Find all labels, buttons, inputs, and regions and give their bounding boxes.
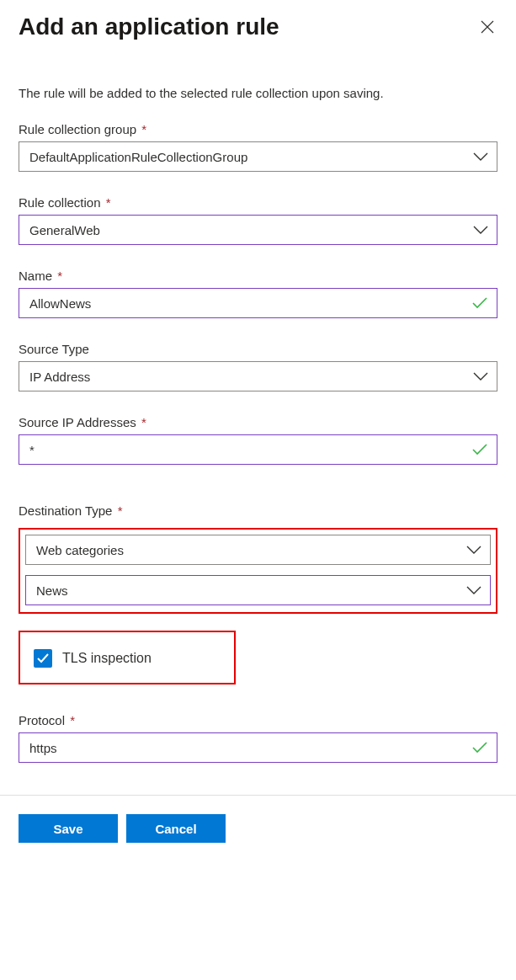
rule-collection-group-select[interactable]: DefaultApplicationRuleCollectionGroup <box>19 141 497 172</box>
source-type-select[interactable]: IP Address <box>19 361 497 391</box>
tls-highlight-box: TLS inspection <box>19 631 236 684</box>
destination-type-label: Destination Type * <box>19 503 122 518</box>
close-icon <box>481 20 494 34</box>
save-button[interactable]: Save <box>19 814 118 843</box>
chevron-down-icon <box>473 152 488 162</box>
chevron-down-icon <box>473 225 488 235</box>
cancel-button[interactable]: Cancel <box>126 814 226 843</box>
check-icon <box>471 742 488 754</box>
required-asterisk: * <box>57 269 62 283</box>
destination-type-select[interactable]: Web categories <box>25 535 491 565</box>
source-ip-label: Source IP Addresses * <box>19 415 146 429</box>
chevron-down-icon <box>466 585 481 595</box>
tls-inspection-checkbox[interactable] <box>34 649 52 668</box>
destination-category-select[interactable]: News <box>25 575 491 605</box>
required-asterisk: * <box>118 503 123 518</box>
source-ip-input[interactable]: * <box>19 434 497 465</box>
rule-collection-group-label: Rule collection group * <box>19 122 146 136</box>
footer-separator <box>0 795 516 796</box>
protocol-label: Protocol * <box>19 713 75 727</box>
rule-collection-value: GeneralWeb <box>29 223 100 237</box>
required-asterisk: * <box>141 415 146 429</box>
rule-collection-label: Rule collection * <box>19 195 111 210</box>
rule-collection-group-value: DefaultApplicationRuleCollectionGroup <box>29 150 247 164</box>
rule-collection-select[interactable]: GeneralWeb <box>19 215 497 245</box>
tls-inspection-label: TLS inspection <box>62 651 152 666</box>
protocol-value: https <box>29 741 57 755</box>
protocol-input[interactable]: https <box>19 732 497 763</box>
description-text: The rule will be added to the selected r… <box>19 86 497 100</box>
name-label: Name * <box>19 269 62 283</box>
required-asterisk: * <box>141 122 146 136</box>
source-type-label: Source Type <box>19 342 89 356</box>
source-ip-value: * <box>29 443 35 457</box>
close-button[interactable] <box>477 17 497 37</box>
name-value: AllowNews <box>29 296 91 311</box>
source-type-value: IP Address <box>29 370 90 384</box>
check-icon <box>471 444 488 455</box>
check-icon <box>471 297 488 309</box>
destination-category-value: News <box>36 583 68 598</box>
destination-highlight-box: Web categories News <box>19 528 497 614</box>
checkmark-icon <box>37 653 49 663</box>
chevron-down-icon <box>466 545 481 555</box>
name-input[interactable]: AllowNews <box>19 288 497 318</box>
page-title: Add an application rule <box>19 13 279 40</box>
destination-type-value: Web categories <box>36 543 124 557</box>
chevron-down-icon <box>473 371 488 381</box>
required-asterisk: * <box>70 713 75 727</box>
required-asterisk: * <box>106 195 111 210</box>
